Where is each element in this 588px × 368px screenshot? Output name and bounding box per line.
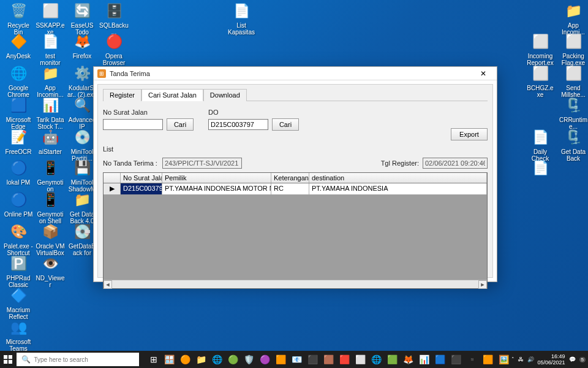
tb-app-8[interactable]: 🟫 (322, 351, 336, 368)
col-keterangan[interactable]: Keterangan (271, 173, 309, 183)
file-icon: 📄 (40, 32, 60, 52)
col-pemilik[interactable]: Pemilik (162, 173, 271, 183)
task-view-icon[interactable]: ⊞ (146, 351, 161, 368)
tab-download[interactable]: Download (203, 89, 247, 101)
tb-app-14[interactable]: 🟧 (481, 351, 496, 368)
tb-outlook[interactable]: 📧 (290, 351, 304, 368)
desktop-icon[interactable]: 🗜️CRRuntime... (559, 96, 588, 130)
tb-excel[interactable]: 🟩 (385, 351, 400, 368)
notification-icon[interactable]: 💬 (569, 356, 576, 362)
desktop-icon[interactable]: 👥Microsoft Teams (4, 318, 33, 352)
tb-app-6[interactable]: 🟧 (274, 351, 288, 368)
desktop-icon[interactable]: 🗄️SQLBacku... (99, 1, 129, 36)
grid-body[interactable]: ▶ D215C003797 PT.YAMAHA INDONESIA MOTOR … (104, 183, 487, 280)
tb-firefox[interactable]: 🦊 (401, 351, 416, 368)
desktop-icon[interactable]: 🦊Firefox (67, 32, 97, 59)
tb-app-2[interactable]: 🟠 (178, 351, 193, 368)
desktop-icon[interactable]: 🔄EaseUS Todo Backup Fr... (67, 1, 97, 36)
cell-keterangan[interactable]: RC (271, 183, 309, 194)
start-button[interactable] (0, 351, 17, 368)
desktop-icon[interactable]: 📄test monitor 2.txt (36, 32, 65, 66)
tb-chrome[interactable]: 🌐 (369, 351, 384, 368)
desktop-icon[interactable]: 🔍Advanced IP Scanner (67, 96, 97, 130)
desktop-icon[interactable]: 📁App Incomin... (36, 64, 65, 98)
desktop-icon[interactable]: 🅿️PHPRad Classic (4, 254, 33, 288)
desktop-icon[interactable]: ⬜BCHGZ.exe (526, 64, 555, 98)
titlebar[interactable]: ⊞ Tanda Terima ✕ (94, 67, 497, 80)
taskbar-clock[interactable]: 16:49 05/06/2021 (538, 353, 565, 366)
scroll-left-icon[interactable]: ◄ (104, 280, 112, 289)
input-do[interactable] (208, 119, 268, 130)
tb-app-11[interactable]: 📊 (417, 351, 432, 368)
close-button[interactable]: ✕ (473, 68, 493, 79)
input-no-surat[interactable] (103, 119, 163, 130)
desktop-icon[interactable]: ⬜Send Millshe... (559, 64, 588, 98)
file-icon: 🎨 (9, 222, 28, 242)
tb-app-5[interactable]: 🟣 (258, 351, 273, 368)
desktop-icon[interactable]: 📄Daily Check Server SS... (526, 128, 555, 162)
tb-app-4[interactable]: 🛡️ (242, 351, 257, 368)
desktop-icon[interactable]: 📁Get Data Back 4.0 (67, 190, 97, 224)
desktop-icon[interactable]: 📊Tarik Data Stock T... (36, 96, 65, 130)
tray-network-icon[interactable]: 🖧 (518, 356, 524, 362)
desktop-icon[interactable]: 📦Oracle VM VirtualBox (36, 222, 65, 256)
desktop-icon[interactable]: 📱Genymotion (36, 158, 65, 193)
col-destination[interactable]: destination (309, 173, 487, 183)
tb-edge[interactable]: 🌐 (210, 351, 225, 368)
desktop-icon[interactable]: 🌐Google Chrome (4, 64, 33, 98)
desktop-icon[interactable]: 🤖aiStarter (36, 128, 65, 155)
desktop-icon[interactable]: 💿MiniTool Partiti... (67, 128, 97, 162)
tb-app-3[interactable]: 🟢 (226, 351, 241, 368)
desktop-icon[interactable]: 🔶AnyDesk (4, 32, 33, 59)
cari-do-button[interactable]: Cari (272, 118, 299, 131)
desktop-icon[interactable]: ⬜Packing Flag.exe (559, 32, 588, 66)
desktop-icon[interactable]: 💽GetDataBack for NTFS... (67, 222, 97, 256)
tb-app-9[interactable]: 🟥 (337, 351, 352, 368)
desktop-icon[interactable]: 📁App Incomi... (559, 1, 588, 36)
scroll-right-icon[interactable]: ► (478, 280, 487, 289)
cari-nosurat-button[interactable]: Cari (167, 118, 194, 131)
desktop-icon[interactable]: 📄 (526, 158, 555, 179)
tb-app-7[interactable]: ⬛ (306, 351, 320, 368)
tb-terminal[interactable]: ▪️ (465, 351, 480, 368)
grid-hscroll[interactable]: ◄ ► (104, 280, 487, 288)
icon-label: GetDataBack for NTFS... (67, 243, 97, 256)
tray-volume-icon[interactable]: 🔊 (527, 356, 534, 362)
taskbar-search[interactable]: 🔍 Type here to search (17, 353, 139, 366)
tab-cari-surat-jalan[interactable]: Cari Surat Jalan (141, 89, 203, 101)
tb-app-15[interactable]: 🖼️ (497, 351, 511, 368)
tb-app-1[interactable]: 🪟 (162, 351, 177, 368)
desktop-icon[interactable]: 📝FreeOCR (4, 128, 33, 155)
desktop-icon[interactable]: 🔷Macrium Reflect (4, 286, 33, 320)
desktop-icon[interactable]: 🔴Opera Browser (99, 32, 129, 66)
system-tray[interactable]: ˄ 🖧 🔊 16:49 05/06/2021 💬 5 (511, 353, 589, 366)
cell-pemilik[interactable]: PT.YAMAHA INDONESIA MOTOR MANUFACTURING (162, 183, 271, 194)
file-icon: 💿 (72, 128, 92, 147)
col-nosurat[interactable]: No Surat Jalan (121, 173, 162, 183)
file-icon: 🔷 (9, 286, 28, 305)
desktop-icon[interactable]: ⬜SSKAPP.exe (36, 1, 65, 36)
tb-app-12[interactable]: 🟦 (433, 351, 448, 368)
desktop-icon[interactable]: 🗑️Recycle Bin (4, 1, 33, 36)
desktop-icon[interactable]: 🗜️Get Data Back 4.0.rar (559, 128, 588, 162)
export-button[interactable]: Export (451, 128, 488, 140)
data-grid[interactable]: No Surat Jalan Pemilik Keterangan destin… (103, 172, 488, 289)
tray-chevron-icon[interactable]: ˄ (511, 356, 514, 362)
desktop-icon[interactable]: 📱Genymotion Shell (36, 190, 65, 224)
cell-destination[interactable]: PT.YAMAHA INDONESIA (309, 183, 487, 194)
desktop-icon[interactable]: ⬜Incoming Report.exe (526, 32, 555, 66)
desktop-icon[interactable]: 🔵Online PM (4, 190, 33, 218)
desktop-icon[interactable]: 👁️ND_Viewer (36, 254, 65, 288)
tb-folder[interactable]: 📁 (194, 351, 209, 368)
table-row[interactable]: ▶ D215C003797 PT.YAMAHA INDONESIA MOTOR … (104, 183, 487, 194)
cell-nosurat[interactable]: D215C003797 (121, 183, 162, 194)
tab-register[interactable]: Register (103, 89, 141, 101)
desktop-icon[interactable]: 📄List Kapasitas HD Server 2... (227, 1, 256, 36)
desktop-icon[interactable]: 🟦Microsoft Edge (4, 96, 33, 130)
desktop-icon[interactable]: 🎨Palet.exe - Shortcut (4, 222, 33, 256)
desktop-icon[interactable]: 🔵lokal PM (4, 158, 33, 186)
tb-app-13[interactable]: ⬛ (449, 351, 464, 368)
tb-app-10[interactable]: ⬜ (353, 351, 368, 368)
desktop-icon[interactable]: ⚙️KodularStar.. (2).exe - Sh... (67, 64, 97, 98)
desktop-icon[interactable]: 💾MiniTool ShadowMa... (67, 158, 97, 193)
